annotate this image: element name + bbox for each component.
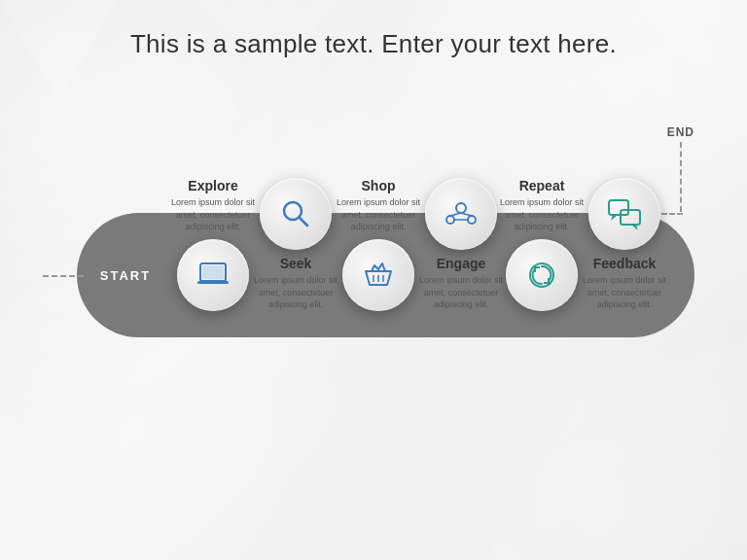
search-icon xyxy=(280,198,311,229)
end-text: END xyxy=(667,125,694,139)
start-label: START xyxy=(77,213,174,337)
svg-rect-25 xyxy=(609,200,628,215)
svg-point-19 xyxy=(446,216,454,224)
feedback-label-bottom: Feedback Lorem ipsum dolor sit amet, con… xyxy=(576,256,673,311)
feedback-circle xyxy=(588,178,660,250)
seek-circle xyxy=(260,178,332,250)
svg-point-20 xyxy=(468,216,476,224)
shop-title: Shop xyxy=(362,178,396,193)
page-title: This is a sample text. Enter your text h… xyxy=(130,29,617,59)
svg-line-13 xyxy=(300,218,307,226)
step-feedback: Feedback Lorem ipsum dolor sit amet, con… xyxy=(576,178,673,311)
svg-rect-27 xyxy=(621,210,640,225)
main-container: This is a sample text. Enter your text h… xyxy=(0,0,747,560)
explore-circle xyxy=(177,239,249,311)
svg-line-22 xyxy=(461,213,472,216)
feedback-title: Feedback xyxy=(593,256,657,271)
svg-point-18 xyxy=(456,203,466,213)
shop-circle xyxy=(342,239,414,311)
basket-icon xyxy=(362,260,395,291)
repeat-circle xyxy=(506,239,578,311)
engage-title: Engage xyxy=(437,256,486,271)
chat-icon xyxy=(607,198,642,229)
diagram-area: START END Explore Lorem ipsum dolor sit … xyxy=(23,108,724,477)
feedback-desc: Lorem ipsum dolor sit amet, consectetuer… xyxy=(576,274,673,311)
laptop-icon xyxy=(196,262,230,289)
svg-rect-9 xyxy=(202,265,224,279)
seek-title: Seek xyxy=(280,256,312,271)
repeat-title: Repeat xyxy=(519,178,565,193)
start-text: START xyxy=(100,268,151,283)
explore-title: Explore xyxy=(188,178,237,193)
svg-line-21 xyxy=(450,213,461,216)
engage-circle xyxy=(425,178,497,250)
recycle-icon xyxy=(525,260,558,291)
end-dashed-v xyxy=(680,142,682,212)
people-icon xyxy=(445,198,478,229)
